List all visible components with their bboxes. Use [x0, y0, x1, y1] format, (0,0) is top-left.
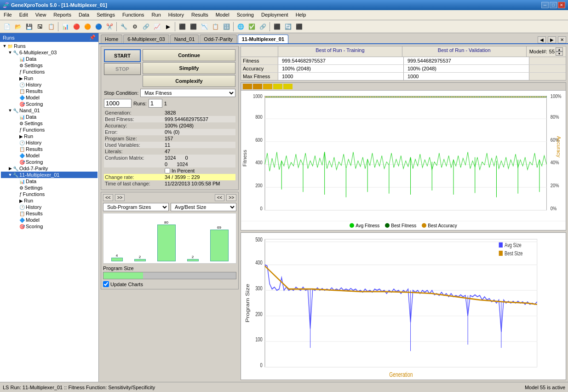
nav-next[interactable]: >>	[226, 194, 236, 201]
tree-6mux-functions[interactable]: ƒ Functions	[1, 69, 98, 75]
menu-deployment[interactable]: Deployment	[258, 11, 292, 19]
odd7-expand[interactable]: ▶	[7, 166, 13, 171]
tree-6mux-data[interactable]: 📊 Data	[1, 56, 98, 62]
menu-settings[interactable]: Settings	[93, 11, 119, 19]
toolbar-save2[interactable]: 🖫	[35, 22, 45, 32]
menu-file[interactable]: File	[0, 11, 16, 19]
tree-6mux-results[interactable]: 📋 Results	[1, 88, 98, 94]
toolbar-open[interactable]: 📂	[13, 22, 23, 32]
menu-view[interactable]: View	[32, 11, 50, 19]
tree-run-6mux[interactable]: ▼ 🔧 6-Multiplexer_03	[1, 49, 98, 56]
tree-run-nand[interactable]: ▼ 🔧 Nand_01	[1, 107, 98, 114]
menu-reports[interactable]: Reports	[50, 11, 75, 19]
tab-nand[interactable]: Nand_01	[170, 35, 199, 43]
model-spin-up[interactable]: ▲	[556, 47, 563, 52]
nand-expand[interactable]: ▼	[7, 108, 13, 113]
tree-nand-history[interactable]: 🕐 History	[1, 139, 98, 146]
maximize-button[interactable]: □	[550, 2, 557, 8]
menu-functions[interactable]: Functions	[119, 11, 148, 19]
toolbar-btn5[interactable]: 🔵	[93, 22, 103, 32]
runs-value-input[interactable]	[104, 99, 132, 108]
tree-11mux-scoring[interactable]: 🎯 Scoring	[1, 223, 98, 230]
menu-run[interactable]: Run	[148, 11, 165, 19]
tree-11mux-settings[interactable]: ⚙ Settings	[1, 184, 98, 191]
menu-results[interactable]: Results	[188, 11, 212, 19]
tree-6mux-settings[interactable]: ⚙ Settings	[1, 62, 98, 69]
toolbar-btn14[interactable]: 📉	[199, 22, 209, 32]
tree-11mux-functions[interactable]: ƒ Functions	[1, 191, 98, 197]
start-button[interactable]: START	[104, 49, 141, 62]
tree-11mux-run[interactable]: ▶ Run	[1, 197, 98, 204]
tree-11mux-results[interactable]: 📋 Results	[1, 210, 98, 217]
toolbar-btn12[interactable]: ⬛	[177, 22, 187, 32]
menu-data[interactable]: Data	[75, 11, 93, 19]
toolbar-btn8[interactable]: ⚙	[130, 22, 140, 32]
tree-6mux-history[interactable]: 🕐 History	[1, 81, 98, 88]
stop-condition-combo[interactable]: Max Fitness Max Generations Max Time	[140, 89, 235, 97]
toolbar-btn6[interactable]: ✂️	[104, 22, 115, 32]
tree-nand-results[interactable]: 📋 Results	[1, 146, 98, 152]
6mux-expand[interactable]: ▼	[7, 50, 13, 55]
complexify-button[interactable]: Complexify	[143, 75, 235, 87]
menu-model[interactable]: Model	[212, 11, 233, 19]
toolbar-save[interactable]: 💾	[24, 22, 34, 32]
tree-run-11mux[interactable]: ▼ 🔧 11-Multiplexer_01	[1, 172, 98, 178]
toolbar-btn22[interactable]: ⬛	[294, 22, 304, 32]
update-charts-checkbox[interactable]	[103, 281, 109, 287]
stop-button[interactable]: STOP	[104, 63, 141, 75]
tree-nand-model[interactable]: 🔷 Model	[1, 152, 98, 159]
minimize-button[interactable]: ─	[541, 2, 549, 8]
toolbar-btn15[interactable]: 📋	[210, 22, 220, 32]
tab-prev[interactable]: ◀	[538, 36, 546, 43]
tree-nand-scoring[interactable]: 🎯 Scoring	[1, 159, 98, 165]
tab-11mux[interactable]: 11-Multiplexer_01	[238, 35, 288, 43]
close-button[interactable]: ✕	[558, 2, 565, 8]
tree-nand-functions[interactable]: ƒ Functions	[1, 127, 98, 133]
toolbar-btn4[interactable]: 🟠	[82, 22, 92, 32]
subprogram-dropdown1[interactable]: Sub-Program Sizes	[103, 203, 169, 211]
tree-nand-settings[interactable]: ⚙ Settings	[1, 120, 98, 127]
root-expand[interactable]: ▼	[2, 44, 7, 48]
in-percent-checkbox[interactable]	[165, 168, 170, 173]
tree-11mux-data[interactable]: 📊 Data	[1, 178, 98, 184]
tree-6mux-scoring[interactable]: 🎯 Scoring	[1, 101, 98, 107]
toolbar-btn3[interactable]: 🔴	[71, 22, 81, 32]
toolbar-new[interactable]: 📄	[2, 22, 12, 32]
subprogram-dropdown2[interactable]: Avg/Best Size	[171, 203, 236, 211]
toolbar-btn1[interactable]: 📋	[46, 22, 56, 32]
tab-odd7[interactable]: Odd-7-Parity	[200, 35, 236, 43]
toolbar-btn7[interactable]: 🔧	[119, 22, 129, 32]
11mux-expand[interactable]: ▼	[7, 173, 13, 177]
tree-root[interactable]: ▼ 📁 Runs	[1, 43, 98, 49]
continue-button[interactable]: Continue	[143, 49, 235, 61]
tab-close[interactable]: ✕	[558, 36, 566, 43]
toolbar-btn13[interactable]: ⬛	[188, 22, 198, 32]
tree-11mux-model[interactable]: 🔷 Model	[1, 217, 98, 223]
tree-6mux-model[interactable]: 🔷 Model	[1, 94, 98, 101]
toolbar-btn20[interactable]: ⬛	[272, 22, 282, 32]
toolbar-btn11[interactable]: ▶	[163, 22, 173, 32]
toolbar-btn17[interactable]: 🌐	[235, 22, 246, 32]
runs-current-input[interactable]	[149, 99, 162, 108]
nav-prev-prev[interactable]: <<	[103, 194, 113, 201]
tree-6mux-run[interactable]: ▶ Run	[1, 75, 98, 81]
menu-help[interactable]: Help	[292, 11, 310, 19]
tab-6mux[interactable]: 6-Multiplexer_03	[123, 35, 169, 43]
toolbar-btn19[interactable]: 🔗	[258, 22, 268, 32]
tab-home[interactable]: Home	[101, 35, 122, 43]
tab-next[interactable]: ▶	[548, 36, 556, 43]
toolbar-btn21[interactable]: 🔄	[283, 22, 293, 32]
menu-history[interactable]: History	[165, 11, 188, 19]
simplify-button[interactable]: Simplify	[143, 62, 235, 74]
toolbar-btn10[interactable]: 📈	[152, 22, 162, 32]
menu-scoring[interactable]: Scoring	[233, 11, 258, 19]
toolbar-btn16[interactable]: 🔢	[221, 22, 231, 32]
toolbar-btn2[interactable]: 📊	[60, 22, 70, 32]
model-spin-down[interactable]: ▼	[556, 52, 563, 56]
nav-prev[interactable]: >>	[115, 194, 125, 201]
tree-run-odd7[interactable]: ▶ 🔧 Odd-7-Parity	[1, 165, 98, 172]
tree-nand-data[interactable]: 📊 Data	[1, 114, 98, 120]
tree-nand-run[interactable]: ▶ Run	[1, 133, 98, 139]
toolbar-btn9[interactable]: 🔗	[141, 22, 151, 32]
toolbar-btn18[interactable]: ✅	[247, 22, 257, 32]
